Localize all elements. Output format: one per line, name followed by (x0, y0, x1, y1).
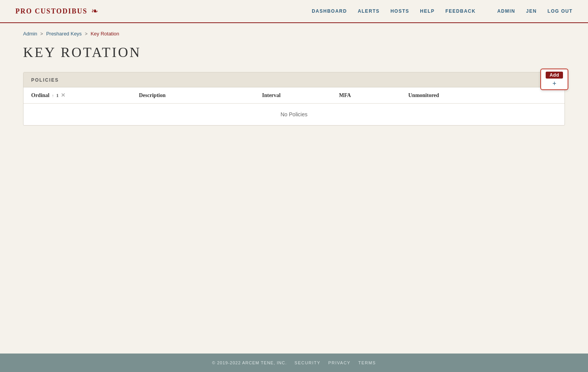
footer-copyright: © 2019-2022 ARCEM TENE, INC. (212, 360, 287, 365)
logo-icon: ❧ (91, 6, 98, 16)
logo-area: PRO CUSTODIBUS ❧ (15, 6, 98, 16)
nav-hosts[interactable]: HOSTS (391, 8, 409, 14)
add-icon: + (552, 80, 556, 87)
clear-sort-icon[interactable]: ✕ (61, 92, 65, 99)
breadcrumb-sep-1: > (40, 31, 43, 37)
table-header-row: Ordinal ↑ 1 ✕ Description Interval MFA U… (23, 87, 565, 104)
col-description-label: Description (139, 92, 165, 99)
col-interval-label: Interval (262, 92, 281, 99)
sort-value: 1 (56, 92, 59, 99)
main-content: Admin > Preshared Keys > Key Rotation KE… (0, 23, 588, 354)
nav-help[interactable]: HELP (420, 8, 434, 14)
nav-jen[interactable]: JEN (526, 8, 537, 14)
page-title: KEY ROTATION (23, 44, 565, 60)
nav-feedback[interactable]: FEEDBACK (445, 8, 476, 14)
table-empty-message: No Policies (23, 104, 565, 125)
col-header-unmonitored: Unmonitored (408, 92, 557, 99)
policies-container: Add + POLICIES Ordinal ↑ 1 ✕ Description (23, 72, 565, 126)
add-button[interactable]: Add + (540, 69, 568, 90)
col-unmonitored-label: Unmonitored (408, 92, 439, 99)
breadcrumb-sep-2: > (85, 31, 87, 37)
col-header-ordinal: Ordinal ↑ 1 ✕ (31, 92, 139, 99)
add-button-label: Add (546, 72, 563, 79)
nav-admin[interactable]: ADMIN (497, 8, 515, 14)
nav: DASHBOARD ALERTS HOSTS HELP FEEDBACK ADM… (312, 8, 573, 14)
breadcrumb-admin[interactable]: Admin (23, 31, 37, 37)
policies-header: POLICIES (23, 72, 565, 87)
footer-security[interactable]: SECURITY (294, 360, 321, 365)
logo-text: PRO CUSTODIBUS (15, 7, 87, 15)
breadcrumb: Admin > Preshared Keys > Key Rotation (23, 31, 565, 37)
nav-logout[interactable]: LOG OUT (548, 8, 573, 14)
breadcrumb-preshared-keys[interactable]: Preshared Keys (46, 31, 82, 37)
policies-title: POLICIES (31, 77, 59, 83)
nav-alerts[interactable]: ALERTS (358, 8, 380, 14)
footer: © 2019-2022 ARCEM TENE, INC. SECURITY PR… (0, 354, 588, 372)
col-header-description: Description (139, 92, 262, 99)
breadcrumb-current: Key Rotation (90, 31, 119, 37)
col-ordinal-label: Ordinal (31, 92, 49, 99)
footer-terms[interactable]: TERMS (358, 360, 376, 365)
nav-dashboard[interactable]: DASHBOARD (312, 8, 347, 14)
sort-arrow-icon[interactable]: ↑ (52, 93, 54, 98)
header: PRO CUSTODIBUS ❧ DASHBOARD ALERTS HOSTS … (0, 0, 588, 23)
col-mfa-label: MFA (339, 92, 351, 99)
policies-table: Ordinal ↑ 1 ✕ Description Interval MFA U… (23, 87, 565, 125)
col-header-interval: Interval (262, 92, 339, 99)
footer-privacy[interactable]: PRIVACY (328, 360, 351, 365)
col-header-mfa: MFA (339, 92, 408, 99)
